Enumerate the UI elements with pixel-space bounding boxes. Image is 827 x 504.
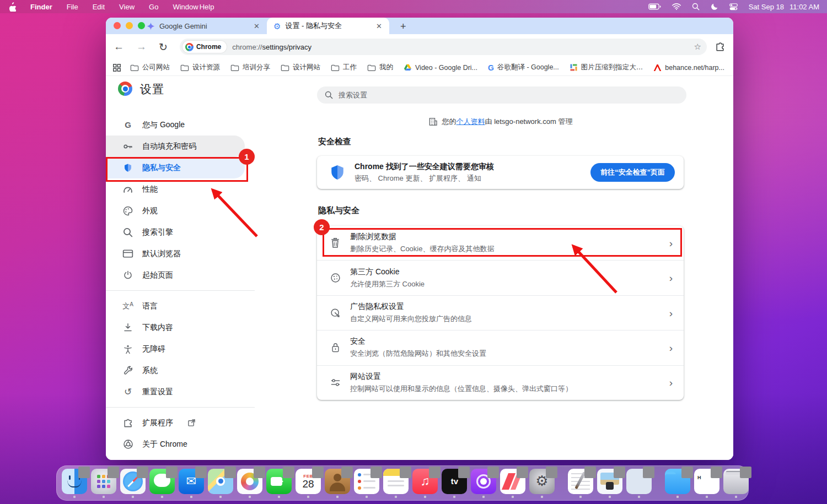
row-third-party-cookies[interactable]: 第三方 Cookie 允许使用第三方 Cookie › bbox=[317, 261, 684, 295]
dock-photos[interactable] bbox=[237, 469, 262, 498]
focus-moon-icon[interactable] bbox=[711, 3, 718, 10]
tab-settings-privacy[interactable]: ⚙ 设置 - 隐私与安全 ✕ bbox=[267, 18, 389, 34]
dock-safari[interactable] bbox=[120, 469, 146, 498]
control-center-icon[interactable] bbox=[729, 3, 738, 10]
dock-notes[interactable] bbox=[383, 469, 409, 498]
profile-link[interactable]: 个人资料 bbox=[457, 117, 485, 126]
dock-textedit[interactable] bbox=[568, 469, 593, 498]
sidebar-item-on-startup[interactable]: 起始页面 bbox=[106, 264, 245, 286]
wrench-icon bbox=[122, 365, 133, 376]
sidebar-item-default-browser[interactable]: 默认浏览器 bbox=[106, 243, 245, 264]
bookmark-folder-company[interactable]: 公司网站 bbox=[130, 63, 170, 72]
dock-calendar[interactable]: FEB28 bbox=[296, 469, 321, 498]
bookmark-star-icon[interactable]: ☆ bbox=[694, 42, 701, 52]
dock-appletv[interactable]: tv bbox=[442, 469, 467, 498]
sidebar-item-languages[interactable]: 文A 语言 bbox=[106, 295, 245, 317]
menu-go[interactable]: Go bbox=[149, 3, 158, 11]
extensions-icon[interactable] bbox=[715, 41, 726, 52]
go-to-safety-check-button[interactable]: 前往“安全检查”页面 bbox=[590, 163, 675, 182]
menu-edit[interactable]: Edit bbox=[93, 3, 105, 11]
key-icon bbox=[122, 141, 133, 152]
dock-document[interactable]: H bbox=[694, 469, 719, 498]
new-tab-button[interactable]: + bbox=[397, 21, 410, 32]
dock-news[interactable] bbox=[500, 469, 525, 498]
dock-preview[interactable] bbox=[597, 469, 622, 498]
row-security[interactable]: 安全 安全浏览（防范危险网站）和其他安全设置 › bbox=[317, 330, 684, 365]
notification-badge-censor bbox=[546, 467, 557, 478]
sidebar-item-autofill[interactable]: 自动填充和密码 bbox=[106, 136, 245, 157]
sidebar-item-extensions[interactable]: 扩展程序 bbox=[106, 412, 245, 433]
zoom-window-button[interactable] bbox=[138, 22, 145, 29]
menu-date[interactable]: Sat Sep 18 bbox=[749, 3, 784, 11]
dock-facetime[interactable] bbox=[266, 469, 292, 498]
apple-menu-icon[interactable] bbox=[8, 2, 16, 12]
privacy-security-heading: 隐私与安全 bbox=[318, 205, 359, 216]
back-button[interactable]: ← bbox=[114, 41, 124, 53]
row-ad-privacy[interactable]: 广告隐私权设置 自定义网站可用来向您投放广告的信息 › bbox=[317, 296, 684, 330]
minimize-window-button[interactable] bbox=[126, 22, 133, 29]
tab-google-gemini[interactable]: Google Gemini ✕ bbox=[140, 18, 267, 34]
dock-music[interactable]: ♫ bbox=[412, 469, 438, 498]
dock-launchpad[interactable] bbox=[91, 469, 116, 498]
menu-time[interactable]: 11:02 AM bbox=[790, 3, 819, 11]
notification-badge-censor bbox=[400, 467, 411, 478]
battery-icon[interactable] bbox=[648, 3, 661, 10]
bookmark-google-translate[interactable]: G 谷歌翻译 - Google... bbox=[488, 63, 559, 72]
notification-badge-censor bbox=[429, 467, 441, 478]
sidebar-item-downloads[interactable]: 下载内容 bbox=[106, 317, 245, 338]
running-indicator bbox=[482, 496, 485, 498]
bookmark-behance[interactable]: behance.net/harp... bbox=[653, 64, 724, 72]
dock-finder[interactable] bbox=[62, 469, 87, 498]
menu-file[interactable]: File bbox=[67, 3, 78, 11]
address-bar[interactable]: Chrome chrome://settings/privacy ☆ bbox=[180, 39, 707, 55]
close-window-button[interactable] bbox=[114, 22, 121, 29]
wifi-icon[interactable] bbox=[672, 3, 681, 10]
dock-trash[interactable] bbox=[723, 469, 749, 498]
bookmark-google-drive[interactable]: Video - Google Dri... bbox=[404, 64, 477, 72]
sidebar-item-about-chrome[interactable]: 关于 Chrome bbox=[106, 433, 245, 455]
spotlight-search-icon[interactable] bbox=[692, 3, 700, 10]
dock-reminders[interactable] bbox=[354, 469, 379, 498]
bookmark-folder-design-res[interactable]: 设计资源 bbox=[180, 63, 220, 72]
sidebar-item-accessibility[interactable]: 无障碍 bbox=[106, 338, 245, 360]
tab-title: 设置 - 隐私与安全 bbox=[285, 21, 370, 31]
chrome-icon bbox=[122, 439, 133, 449]
settings-main: 您的个人资料由 letsgo-network.com 管理 安全检查 Chrom… bbox=[317, 76, 684, 460]
lock-icon bbox=[329, 342, 341, 353]
sidebar-item-search-engine[interactable]: 搜索引擎 bbox=[106, 221, 245, 243]
sidebar-item-you-and-google[interactable]: G 您与 Google bbox=[106, 114, 245, 136]
forward-button[interactable]: → bbox=[136, 41, 147, 53]
running-indicator bbox=[278, 496, 280, 498]
dock-contacts[interactable] bbox=[325, 469, 350, 498]
bookmark-folder-training[interactable]: 培训分享 bbox=[230, 63, 270, 72]
dock-mail[interactable]: ✉ bbox=[179, 469, 204, 498]
menu-view[interactable]: View bbox=[119, 3, 135, 11]
dock-messages[interactable] bbox=[149, 469, 175, 498]
dock-unknown-app[interactable] bbox=[626, 469, 652, 498]
dock-downloads-folder[interactable] bbox=[665, 469, 690, 498]
running-indicator bbox=[219, 496, 222, 498]
dock-podcasts[interactable] bbox=[471, 469, 496, 498]
menu-window[interactable]: Window bbox=[173, 3, 198, 11]
menu-app-name[interactable]: Finder bbox=[30, 3, 52, 11]
sidebar-item-appearance[interactable]: 外观 bbox=[106, 200, 245, 221]
tab-close-icon[interactable]: ✕ bbox=[374, 22, 384, 30]
sidebar-item-reset[interactable]: ↺ 重置设置 bbox=[106, 381, 245, 403]
reload-button[interactable]: ↻ bbox=[159, 41, 168, 53]
menu-help[interactable]: Help bbox=[200, 3, 214, 11]
bookmark-folder-work[interactable]: 工作 bbox=[331, 63, 357, 72]
notification-badge-censor bbox=[108, 467, 119, 478]
dock-maps[interactable] bbox=[208, 469, 233, 498]
bookmark-folder-mine[interactable]: 我的 bbox=[367, 63, 393, 72]
running-indicator bbox=[676, 496, 679, 498]
sidebar-item-system[interactable]: 系统 bbox=[106, 360, 245, 381]
row-site-settings[interactable]: 网站设置 控制网站可以使用和显示的信息（位置信息、摄像头、弹出式窗口等） › bbox=[317, 366, 684, 400]
bookmark-folder-design-sites[interactable]: 设计网站 bbox=[281, 63, 320, 72]
tab-close-icon[interactable]: ✕ bbox=[252, 22, 261, 30]
chrome-chip[interactable]: Chrome bbox=[182, 41, 227, 53]
dock-system-settings[interactable]: ⚙ bbox=[529, 469, 555, 498]
bookmark-image-compress[interactable]: 图片压缩到指定大… bbox=[570, 63, 643, 72]
apps-grid-icon[interactable] bbox=[112, 63, 121, 72]
palette-icon bbox=[122, 205, 133, 216]
running-indicator bbox=[73, 496, 76, 498]
